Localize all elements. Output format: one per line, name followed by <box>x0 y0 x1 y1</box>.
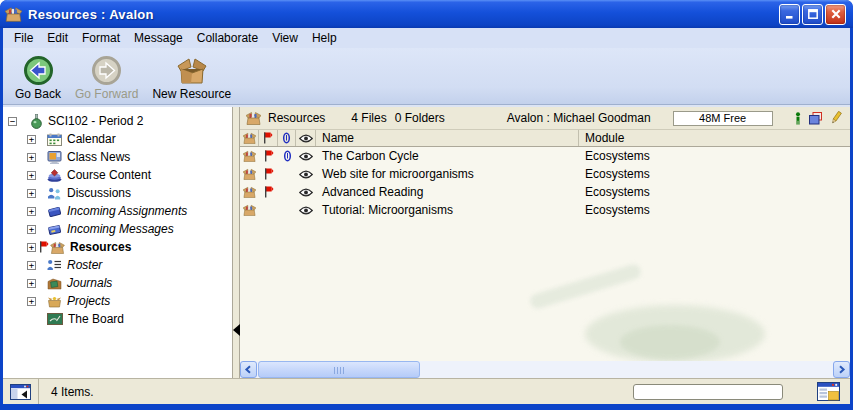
cell-eye[interactable] <box>296 201 316 219</box>
expand-toggle-icon[interactable]: + <box>27 135 36 144</box>
column-flag[interactable] <box>259 130 278 146</box>
pencil-icon[interactable] <box>830 111 842 125</box>
scroll-left-button[interactable] <box>240 361 257 378</box>
cell-eye[interactable] <box>296 147 316 165</box>
menu-format[interactable]: Format <box>75 29 127 47</box>
collapse-toggle-icon[interactable]: − <box>8 117 17 126</box>
cell-clip <box>278 165 296 183</box>
minimize-button[interactable] <box>779 4 800 25</box>
table-row[interactable]: Web site for microorganismsEcosystems <box>240 165 850 183</box>
table-header: Name Module <box>240 130 850 147</box>
status-icon-cell[interactable] <box>3 379 39 404</box>
tree-item-incoming-assignments[interactable]: +Incoming Assignments <box>3 202 232 220</box>
close-button[interactable] <box>825 4 846 25</box>
flask-icon <box>30 114 43 129</box>
go-forward-button[interactable]: Go Forward <box>71 52 142 103</box>
expand-toggle-icon[interactable]: + <box>27 153 36 162</box>
projects-icon <box>47 295 62 308</box>
tree-item-the-board[interactable]: The Board <box>3 310 232 328</box>
tree-item-label: Discussions <box>67 186 131 200</box>
cell-box <box>240 183 259 201</box>
menu-edit[interactable]: Edit <box>40 29 75 47</box>
table-row[interactable]: Advanced ReadingEcosystems <box>240 183 850 201</box>
tree-item-discussions[interactable]: +Discussions <box>3 184 232 202</box>
tree-item-course-content[interactable]: +Course Content <box>3 166 232 184</box>
panel-splitter[interactable] <box>232 107 240 378</box>
column-item-icon[interactable] <box>240 130 259 146</box>
cell-eye[interactable] <box>296 183 316 201</box>
tree-item-resources[interactable]: +Resources <box>3 238 232 256</box>
app-window: Resources : Avalon FileEditFormatMessage… <box>0 0 853 410</box>
tree-item-projects[interactable]: +Projects <box>3 292 232 310</box>
resource-name[interactable]: Tutorial: Microorganisms <box>316 201 579 219</box>
scrollbar-thumb[interactable] <box>258 361 420 378</box>
resource-name[interactable]: The Carbon Cycle <box>316 147 579 165</box>
collapse-arrow-icon[interactable] <box>233 324 240 336</box>
eye-icon <box>299 170 313 179</box>
status-bar: 4 Items. <box>3 378 850 404</box>
tree-item-journals[interactable]: +Journals <box>3 274 232 292</box>
resource-list: The Carbon CycleEcosystemsWeb site for m… <box>240 147 850 361</box>
expand-toggle-icon[interactable]: + <box>27 279 36 288</box>
menu-file[interactable]: File <box>7 29 40 47</box>
menu-message[interactable]: Message <box>127 29 190 47</box>
tree-item-label: Roster <box>67 258 102 272</box>
cell-eye[interactable] <box>296 165 316 183</box>
tree-item-label: Course Content <box>67 168 151 182</box>
menu-view[interactable]: View <box>265 29 305 47</box>
expand-toggle-icon[interactable]: + <box>27 297 36 306</box>
column-name[interactable]: Name <box>316 130 579 146</box>
tree-item-sci102-period-2[interactable]: −SCI102 - Period 2 <box>3 112 232 130</box>
items-count: 4 Items. <box>51 385 94 399</box>
cell-clip <box>278 183 296 201</box>
free-space-gauge: 48M Free <box>673 111 773 126</box>
maximize-button[interactable] <box>802 4 823 25</box>
scroll-right-button[interactable] <box>833 361 850 378</box>
window-panel-icon <box>10 384 31 400</box>
form-window-icon[interactable] <box>817 382 840 401</box>
menu-help[interactable]: Help <box>305 29 344 47</box>
column-module[interactable]: Module <box>579 130 850 146</box>
menu-collaborate[interactable]: Collaborate <box>190 29 265 47</box>
expand-toggle-icon[interactable]: + <box>27 207 36 216</box>
roster-icon <box>47 259 62 271</box>
watermark-shape <box>585 305 765 361</box>
new-resource-button[interactable]: New Resource <box>148 52 235 103</box>
horizontal-scrollbar[interactable] <box>240 361 850 378</box>
resources-icon <box>50 241 65 254</box>
go-back-icon <box>23 54 54 86</box>
tree-item-incoming-messages[interactable]: +Incoming Messages <box>3 220 232 238</box>
expand-toggle-icon[interactable]: + <box>27 225 36 234</box>
titlebar[interactable]: Resources : Avalon <box>0 0 853 28</box>
eye-icon <box>299 152 313 161</box>
calendar-icon <box>47 133 62 146</box>
expand-toggle-icon[interactable]: + <box>27 261 36 270</box>
flag-column-icon <box>263 132 273 144</box>
tree-item-class-news[interactable]: +Class News <box>3 148 232 166</box>
resource-name[interactable]: Advanced Reading <box>316 183 579 201</box>
resource-module: Ecosystems <box>579 165 850 183</box>
tree-item-label: Resources <box>70 240 131 254</box>
column-attachment[interactable] <box>278 130 296 146</box>
cell-clip <box>278 147 296 165</box>
expand-toggle-icon[interactable]: + <box>27 189 36 198</box>
tree-item-label: SCI102 - Period 2 <box>48 114 143 128</box>
table-row[interactable]: The Carbon CycleEcosystems <box>240 147 850 165</box>
tree-item-calendar[interactable]: +Calendar <box>3 130 232 148</box>
column-visibility[interactable] <box>296 130 316 146</box>
copy-icon[interactable] <box>809 112 823 125</box>
file-counts: 4 Files 0 Folders <box>351 111 444 125</box>
table-row[interactable]: Tutorial: MicroorganismsEcosystems <box>240 201 850 219</box>
resources-panel: Resources 4 Files 0 Folders Avalon : Mic… <box>240 107 850 378</box>
menu-bar: FileEditFormatMessageCollaborateViewHelp <box>3 28 850 48</box>
resource-name[interactable]: Web site for microorganisms <box>316 165 579 183</box>
expand-toggle-icon[interactable]: + <box>27 171 36 180</box>
panel-header: Resources 4 Files 0 Folders Avalon : Mic… <box>240 107 850 130</box>
tree-item-label: Projects <box>67 294 110 308</box>
cell-flag <box>259 183 278 201</box>
expand-toggle-icon[interactable]: + <box>27 243 36 252</box>
go-back-button[interactable]: Go Back <box>11 52 65 103</box>
person-icon[interactable] <box>794 112 802 125</box>
tree-item-roster[interactable]: +Roster <box>3 256 232 274</box>
resource-module: Ecosystems <box>579 147 850 165</box>
